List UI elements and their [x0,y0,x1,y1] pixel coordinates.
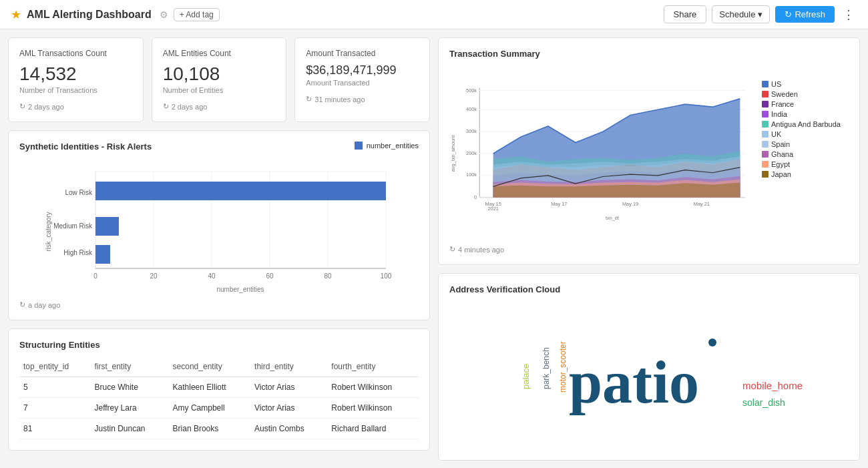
tx-chart-refresh: ↻ 4 minutes ago [449,245,849,254]
legend-label-sweden: Sweden [771,90,798,98]
legend-label-india: India [771,110,787,118]
metric-cards: AML Transactions Count 14,532 Number of … [8,37,430,122]
add-tag-button[interactable]: + Add tag [174,8,220,21]
legend-item-us: US [762,80,849,88]
left-column: AML Transactions Count 14,532 Number of … [8,37,430,461]
word-cloud-svg: patio palace park_bench motor_scooter mo… [449,302,849,449]
legend-item-ghana: Ghana [762,150,849,158]
bar-legend-label: number_entities [367,142,419,150]
header: ★ AML Alerting Dashboard ⚙ + Add tag Sha… [0,0,868,29]
cell-top-id-0: 5 [19,377,90,398]
legend-color-ghana [762,151,769,158]
metric-refresh-transactions: ↻ 2 days ago [19,102,132,111]
svg-text:May 19: May 19 [622,201,638,207]
legend-label-spain: Spain [771,140,790,148]
svg-text:risk_category: risk_category [45,212,52,251]
metric-card-transactions: AML Transactions Count 14,532 Number of … [8,37,144,122]
col-top-entity-id: top_entity_id [19,357,90,377]
word-palace: palace [521,364,531,389]
refresh-button[interactable]: ↻ Refresh [775,6,835,23]
bar-high-risk [95,245,110,264]
address-cloud-title: Address Verification Cloud [449,284,849,294]
col-second-entity: second_entity [169,357,250,377]
svg-text:0: 0 [474,194,477,200]
legend-item-egypt: Egypt [762,160,849,168]
bar-chart-svg: risk_category [19,165,419,298]
legend-item-sweden: Sweden [762,90,849,98]
svg-text:300k: 300k [466,128,477,134]
legend-label-antigua: Antigua And Barbuda [771,120,841,128]
word-mobile-home: mobile_home [742,380,803,391]
legend-label-us: US [771,80,781,88]
svg-text:20: 20 [150,272,158,280]
refresh-icon-tx: ↻ [449,245,455,254]
metric-subtitle-amount: Amount Transacted [306,79,419,87]
cell-first-2: Justin Duncan [90,419,168,439]
table-header: top_entity_id first_entity second_entity… [19,357,419,377]
bar-medium-risk [95,217,119,236]
metric-value-transactions: 14,532 [19,63,132,85]
svg-text:txn_dt: txn_dt [606,215,619,221]
legend-item-japan: Japan [762,170,849,178]
svg-text:2021: 2021 [488,206,499,212]
word-patio: patio [569,349,699,415]
schedule-button[interactable]: Schedule ▾ [712,5,770,23]
bar-chart-refresh: ↻ a day ago [19,300,419,309]
star-icon: ★ [11,7,21,22]
bar-low-risk [95,182,386,200]
metric-refresh-amount: ↻ 31 minutes ago [306,95,419,103]
metric-card-entities: AML Entities Count 10,108 Number of Enti… [152,37,287,122]
transaction-summary-title: Transaction Summary [449,49,849,59]
metric-title-amount: Amount Transacted [306,49,419,58]
svg-text:100k: 100k [466,172,477,178]
table-card: Structuring Entities top_entity_id first… [8,328,430,451]
legend-container: US Sweden France India [762,80,849,178]
bar-chart-card: Synthetic Identities - Risk Alerts numbe… [8,130,430,320]
gear-icon[interactable]: ⚙ [160,9,168,20]
tx-chart-legend: US Sweden France India [762,67,849,242]
table-title: Structuring Entities [19,340,419,350]
legend-color-us [762,81,769,87]
svg-text:80: 80 [324,272,332,280]
bar-chart-legend: number_entities [355,142,419,150]
bar-chart-title: Synthetic Identities - Risk Alerts [19,142,152,152]
more-options-button[interactable]: ⋮ [840,7,857,22]
svg-text:60: 60 [266,272,274,280]
dashboard: AML Transactions Count 14,532 Number of … [0,29,868,468]
svg-text:Medium Risk: Medium Risk [53,222,93,230]
legend-label-ghana: Ghana [771,150,793,158]
refresh-small-icon: ↻ [19,102,25,111]
patio-dot [708,338,716,346]
metric-subtitle-transactions: Number of Transactions [19,86,132,94]
tx-chart-container: avg_txn_amount 0 100k 200k 300k [449,67,849,242]
cell-second-1: Amy Campbell [169,398,250,419]
word-park-bench: park_bench [541,347,551,389]
legend-item-antigua: Antigua And Barbuda [762,120,849,128]
bar-chart-area: risk_category [19,165,419,300]
metric-value-entities: 10,108 [163,63,276,85]
refresh-small-icon3: ↻ [306,95,312,103]
col-fourth-entity: fourth_entity [327,357,419,377]
col-third-entity: third_entity [250,357,327,377]
legend-label-egypt: Egypt [771,160,790,168]
legend-label-uk: UK [771,130,781,138]
legend-color-japan [762,171,769,178]
svg-text:May 17: May 17 [551,201,567,207]
page-title: AML Alerting Dashboard [27,9,152,21]
refresh-small-icon2: ↻ [163,102,169,111]
svg-text:Low Risk: Low Risk [65,189,93,196]
table-header-row: top_entity_id first_entity second_entity… [19,357,419,377]
svg-text:avg_txn_amount: avg_txn_amount [450,136,456,172]
tx-chart-main: avg_txn_amount 0 100k 200k 300k [449,67,756,242]
metric-title-transactions: AML Transactions Count [19,49,132,58]
svg-text:200k: 200k [466,150,477,156]
chevron-down-icon: ▾ [758,9,763,19]
cell-fourth-0: Robert Wilkinson [327,377,419,398]
legend-item-uk: UK [762,130,849,138]
cell-fourth-1: Robert Wilkinson [327,398,419,419]
structuring-entities-table: top_entity_id first_entity second_entity… [19,357,419,439]
share-button[interactable]: Share [664,5,707,23]
cell-third-0: Victor Arias [250,377,327,398]
refresh-icon-bar: ↻ [19,300,25,309]
legend-item-spain: Spain [762,140,849,148]
